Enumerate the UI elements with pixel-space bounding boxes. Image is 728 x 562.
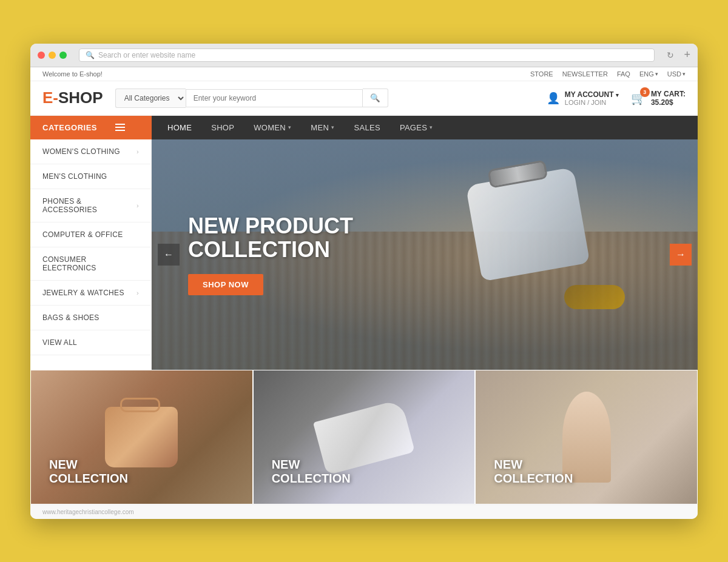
account-area[interactable]: 👤 MY ACCOUNT ▾ LOGIN / JOIN — [547, 90, 619, 106]
maximize-dot[interactable] — [59, 52, 67, 59]
hero-slide: NEW PRODUCT COLLECTION SHOP NOW ← → — [152, 139, 698, 370]
newsletter-link[interactable]: NEWSLETTER — [562, 70, 608, 78]
categories-label: CATEGORIES — [42, 123, 97, 132]
bottom-bar: www.heritagechristiancollege.com — [30, 504, 698, 519]
browser-titlebar: 🔍 Search or enter website name ↻ + — [30, 44, 698, 67]
add-tab-button[interactable]: + — [684, 49, 690, 61]
top-bar-right: STORE NEWSLETTER FAQ ENG ▾ USD ▾ — [530, 70, 686, 78]
sidebar-item-consumer-electronics[interactable]: CONSUMER ELECTRONICS — [30, 247, 151, 281]
cart-info: MY CART: 35.20$ — [651, 90, 686, 107]
nav-men[interactable]: MEN ▾ — [301, 116, 344, 139]
footer-url: www.heritagechristiancollege.com — [42, 509, 134, 515]
main-content: WOMEN'S CLOTHING › MEN'S CLOTHING PHONES… — [30, 139, 698, 370]
logo-e: E- — [42, 89, 58, 107]
account-info: MY ACCOUNT ▾ LOGIN / JOIN — [565, 90, 619, 106]
slider-next-button[interactable]: → — [670, 244, 692, 266]
search-button[interactable]: 🔍 — [363, 89, 388, 107]
nav-sales[interactable]: SALES — [344, 116, 389, 139]
lang-chevron: ▾ — [655, 71, 658, 77]
search-input[interactable] — [186, 89, 363, 107]
nav-pages[interactable]: PAGES ▾ — [390, 116, 443, 139]
header: E- SHOP All Categories 🔍 👤 MY ACCOUNT ▾ … — [30, 81, 698, 116]
welcome-text: Welcome to E-shop! — [42, 70, 103, 78]
search-icon: 🔍 — [86, 51, 95, 59]
sidebar: WOMEN'S CLOTHING › MEN'S CLOTHING PHONES… — [30, 139, 152, 370]
nav-home[interactable]: HOME — [158, 116, 201, 139]
hero-objects — [455, 164, 637, 333]
nav-links: HOME SHOP WOMEN ▾ MEN ▾ SALES PAGES ▾ — [152, 116, 449, 139]
collection-card-2[interactable]: NEW COLLECTION — [254, 370, 475, 504]
address-text: Search or enter website name — [98, 51, 195, 59]
hero-title: NEW PRODUCT COLLECTION — [188, 213, 353, 261]
sidebar-item-bags-shoes[interactable]: BAGS & SHOES — [30, 306, 151, 330]
search-icon: 🔍 — [370, 93, 380, 102]
cart-total: 35.20$ — [651, 98, 686, 107]
address-bar[interactable]: 🔍 Search or enter website name — [79, 49, 655, 62]
women-chevron: ▾ — [288, 124, 291, 130]
lang-text: ENG — [639, 70, 654, 78]
womens-arrow: › — [136, 148, 139, 155]
top-bar: Welcome to E-shop! STORE NEWSLETTER FAQ … — [30, 67, 698, 81]
user-icon: 👤 — [547, 92, 560, 105]
browser-window: 🔍 Search or enter website name ↻ + Welco… — [30, 44, 698, 519]
menu-icon — [115, 124, 125, 131]
collection-text-1: NEW COLLECTION — [49, 458, 128, 486]
faq-link[interactable]: FAQ — [617, 70, 630, 78]
collection-card-3[interactable]: NEW COLLECTION — [476, 370, 697, 504]
sidebar-item-phones[interactable]: PHONES & ACCESSORIES › — [30, 189, 151, 222]
account-title: MY ACCOUNT ▾ — [565, 90, 619, 99]
slider-prev-button[interactable]: ← — [158, 244, 180, 266]
jewelry-arrow: › — [136, 289, 139, 296]
nav-shop[interactable]: SHOP — [201, 116, 244, 139]
hero-cta-button[interactable]: SHOP NOW — [188, 274, 263, 295]
cart-badge: 3 — [640, 87, 650, 97]
collections-row: NEW COLLECTION NEW COLLECTION NEW COLLEC… — [30, 370, 698, 504]
close-dot[interactable] — [38, 52, 45, 59]
sunglasses-shape — [564, 285, 625, 309]
nav-women[interactable]: WOMEN ▾ — [244, 116, 301, 139]
sidebar-item-mens-clothing[interactable]: MEN'S CLOTHING — [30, 164, 151, 189]
hero-area: NEW PRODUCT COLLECTION SHOP NOW ← → — [152, 139, 698, 370]
men-chevron: ▾ — [331, 124, 334, 130]
sidebar-item-view-all[interactable]: VIEW ALL — [30, 330, 151, 355]
currency-selector[interactable]: USD ▾ — [667, 70, 686, 78]
cart-icon-wrap: 🛒 3 — [631, 91, 646, 105]
main-nav: CATEGORIES HOME SHOP WOMEN ▾ MEN ▾ SALES — [30, 116, 698, 139]
logo-shop: SHOP — [58, 89, 103, 107]
account-chevron: ▾ — [616, 92, 619, 98]
sidebar-item-computer[interactable]: COMPUTER & OFFICE — [30, 222, 151, 247]
account-subtitle: LOGIN / JOIN — [565, 99, 619, 106]
store-link[interactable]: STORE — [530, 70, 553, 78]
bag-shape — [465, 167, 590, 281]
phones-arrow: › — [136, 202, 139, 209]
browser-dots — [38, 52, 67, 59]
cart-title: MY CART: — [651, 90, 686, 98]
collection-text-2: NEW COLLECTION — [272, 458, 351, 486]
language-selector[interactable]: ENG ▾ — [639, 70, 658, 78]
currency-chevron: ▾ — [682, 71, 686, 77]
pages-chevron: ▾ — [430, 124, 433, 130]
collection-card-1[interactable]: NEW COLLECTION — [31, 370, 252, 504]
sidebar-item-womens-clothing[interactable]: WOMEN'S CLOTHING › — [30, 139, 151, 164]
categories-button[interactable]: CATEGORIES — [30, 116, 152, 139]
minimize-dot[interactable] — [49, 52, 56, 59]
currency-text: USD — [667, 70, 681, 78]
cart-area[interactable]: 🛒 3 MY CART: 35.20$ — [631, 90, 686, 107]
header-right: 👤 MY ACCOUNT ▾ LOGIN / JOIN 🛒 3 MY CART:… — [547, 90, 686, 107]
search-area: All Categories 🔍 — [115, 89, 388, 108]
category-dropdown[interactable]: All Categories — [115, 89, 186, 108]
collection-text-3: NEW COLLECTION — [494, 458, 573, 486]
sidebar-item-jewelry[interactable]: JEWELRY & WATCHES › — [30, 281, 151, 306]
hero-text-overlay: NEW PRODUCT COLLECTION SHOP NOW — [188, 213, 353, 295]
reload-icon[interactable]: ↻ — [667, 50, 674, 60]
logo[interactable]: E- SHOP — [42, 89, 103, 107]
